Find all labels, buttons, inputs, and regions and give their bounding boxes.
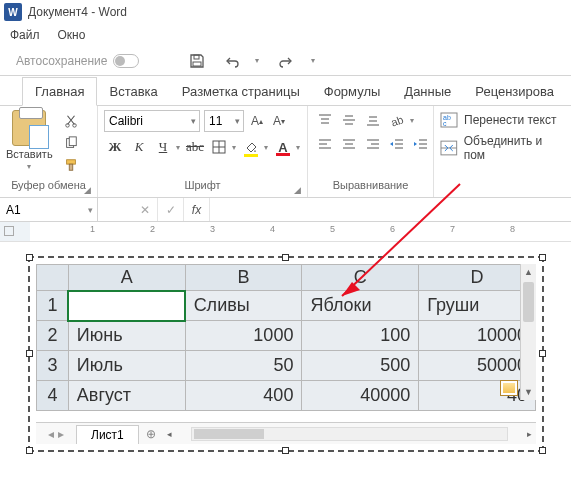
cell-a2[interactable]: Июнь [68, 321, 185, 351]
scroll-down-icon[interactable]: ▼ [521, 384, 536, 400]
tab-formulas[interactable]: Формулы [312, 78, 393, 105]
fill-color-button[interactable] [240, 136, 262, 158]
underline-button[interactable]: Ч [152, 136, 174, 158]
align-bottom-button[interactable] [362, 110, 384, 130]
orientation-dropdown-icon[interactable]: ▾ [410, 116, 416, 125]
undo-dropdown-icon[interactable]: ▾ [255, 56, 263, 65]
cell-c3[interactable]: 500 [302, 351, 419, 381]
increase-indent-button[interactable] [410, 134, 432, 154]
vertical-scrollbar[interactable]: ▲ ▼ [520, 264, 536, 400]
font-color-dropdown-icon[interactable]: ▾ [296, 143, 302, 152]
align-center-button[interactable] [338, 134, 360, 154]
autosave-toggle[interactable]: Автосохранение [16, 54, 139, 68]
col-header-d[interactable]: D [419, 265, 536, 291]
save-button[interactable] [187, 51, 207, 71]
col-header-c[interactable]: C [302, 265, 419, 291]
scroll-up-icon[interactable]: ▲ [521, 264, 536, 280]
copy-button[interactable] [61, 134, 81, 152]
border-dropdown-icon[interactable]: ▾ [232, 143, 238, 152]
paste-options-smarttag[interactable] [500, 380, 518, 396]
select-all-corner[interactable] [37, 265, 69, 291]
row-header-1[interactable]: 1 [37, 291, 69, 321]
resize-handle-ne[interactable] [539, 254, 546, 261]
col-header-a[interactable]: A [68, 265, 185, 291]
resize-handle-e[interactable] [539, 350, 546, 357]
strikethrough-button[interactable]: abc [184, 136, 206, 158]
cell-b1[interactable]: Сливы [185, 291, 302, 321]
row-header-2[interactable]: 2 [37, 321, 69, 351]
row-header-3[interactable]: 3 [37, 351, 69, 381]
resize-handle-w[interactable] [26, 350, 33, 357]
paste-icon[interactable] [12, 110, 46, 146]
cell-d3[interactable]: 50000 [419, 351, 536, 381]
align-top-button[interactable] [314, 110, 336, 130]
cell-b2[interactable]: 1000 [185, 321, 302, 351]
italic-button[interactable]: К [128, 136, 150, 158]
merge-cells-button[interactable]: Объединить и пом [440, 134, 565, 162]
cell-d2[interactable]: 10000 [419, 321, 536, 351]
bold-button[interactable]: Ж [104, 136, 126, 158]
decrease-font-button[interactable]: A▾ [270, 110, 288, 132]
resize-handle-nw[interactable] [26, 254, 33, 261]
format-painter-button[interactable] [61, 156, 81, 174]
font-dialog-icon[interactable]: ◢ [294, 185, 301, 195]
embedded-spreadsheet-frame[interactable]: A B C D 1 Сливы Яблоки Груши 2 Июнь [28, 256, 544, 452]
resize-handle-se[interactable] [539, 447, 546, 454]
formula-input[interactable] [210, 198, 571, 221]
add-sheet-button[interactable]: ⊕ [139, 427, 163, 441]
font-name-select[interactable]: Calibri [104, 110, 200, 132]
tab-layout[interactable]: Разметка страницы [170, 78, 312, 105]
horizontal-ruler[interactable]: 1 2 3 4 5 6 7 8 [0, 222, 571, 242]
wrap-text-button[interactable]: abc Перенести текст [440, 112, 565, 128]
redo-button[interactable] [277, 51, 297, 71]
scroll-right-icon[interactable]: ▸ [522, 429, 536, 439]
increase-font-button[interactable]: A▴ [248, 110, 266, 132]
cell-b3[interactable]: 50 [185, 351, 302, 381]
cancel-formula-button[interactable]: ✕ [132, 198, 158, 221]
fx-button[interactable]: fx [184, 198, 210, 221]
font-size-select[interactable]: 11 [204, 110, 244, 132]
scroll-thumb[interactable] [523, 282, 534, 322]
tab-insert[interactable]: Вставка [97, 78, 169, 105]
cell-c2[interactable]: 100 [302, 321, 419, 351]
cell-d1[interactable]: Груши [419, 291, 536, 321]
cell-c4[interactable]: 40000 [302, 381, 419, 411]
cell-c1[interactable]: Яблоки [302, 291, 419, 321]
orientation-button[interactable]: ab [386, 110, 408, 130]
name-box[interactable]: A1 [0, 198, 98, 221]
align-left-button[interactable] [314, 134, 336, 154]
fill-dropdown-icon[interactable]: ▾ [264, 143, 270, 152]
qat-customize-icon[interactable]: ▾ [311, 56, 319, 65]
menu-file[interactable]: Файл [10, 28, 40, 42]
clipboard-dialog-icon[interactable]: ◢ [84, 185, 91, 195]
cell-b4[interactable]: 400 [185, 381, 302, 411]
align-middle-button[interactable] [338, 110, 360, 130]
cell-a4[interactable]: Август [68, 381, 185, 411]
sheet-tab-1[interactable]: Лист1 [76, 425, 139, 444]
tab-review[interactable]: Рецензирова [463, 78, 566, 105]
resize-handle-s[interactable] [282, 447, 289, 454]
cut-button[interactable] [61, 112, 81, 130]
horizontal-scrollbar[interactable]: ◂ ▸ [163, 427, 536, 441]
resize-handle-n[interactable] [282, 254, 289, 261]
cell-a3[interactable]: Июль [68, 351, 185, 381]
decrease-indent-button[interactable] [386, 134, 408, 154]
border-button[interactable] [208, 136, 230, 158]
underline-dropdown-icon[interactable]: ▾ [176, 143, 182, 152]
font-color-button[interactable]: A [272, 136, 294, 158]
embedded-spreadsheet[interactable]: A B C D 1 Сливы Яблоки Груши 2 Июнь [36, 264, 536, 444]
undo-button[interactable] [221, 51, 241, 71]
menu-window[interactable]: Окно [58, 28, 86, 42]
paste-dropdown-icon[interactable]: ▾ [27, 162, 31, 171]
cell-a1[interactable] [68, 291, 185, 321]
paste-button[interactable]: Вставить [6, 148, 53, 160]
align-right-button[interactable] [362, 134, 384, 154]
col-header-b[interactable]: B [185, 265, 302, 291]
tab-home[interactable]: Главная [22, 77, 97, 106]
tab-data[interactable]: Данные [392, 78, 463, 105]
resize-handle-sw[interactable] [26, 447, 33, 454]
sheet-nav-buttons[interactable]: ◂▸ [36, 427, 76, 441]
accept-formula-button[interactable]: ✓ [158, 198, 184, 221]
spreadsheet-grid[interactable]: A B C D 1 Сливы Яблоки Груши 2 Июнь [36, 264, 536, 411]
row-header-4[interactable]: 4 [37, 381, 69, 411]
